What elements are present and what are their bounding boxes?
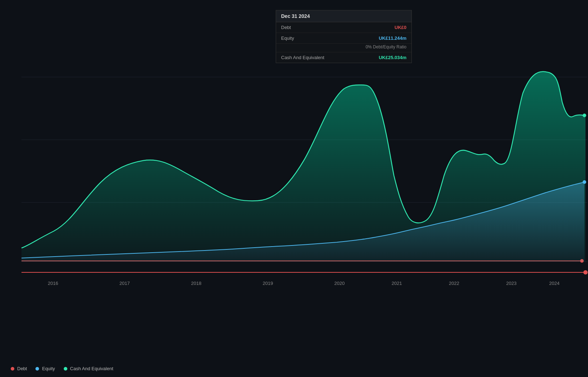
equity-dot	[35, 367, 39, 371]
svg-text:2020: 2020	[334, 281, 345, 286]
svg-point-9	[583, 270, 588, 275]
tooltip-equity-value: UK£11.244m	[379, 35, 406, 41]
tooltip-debt-value: UK£0	[395, 25, 406, 30]
tooltip-debt-label: Debt	[281, 25, 291, 30]
tooltip-cash-label: Cash And Equivalent	[281, 55, 324, 60]
svg-text:2018: 2018	[191, 281, 202, 286]
tooltip-box: Dec 31 2024 Debt UK£0 Equity UK£11.244m …	[276, 10, 412, 63]
legend-equity: Equity	[35, 366, 55, 371]
tooltip-ratio: 0% Debt/Equity Ratio	[276, 44, 411, 52]
tooltip-cash-row: Cash And Equivalent UK£25.034m	[276, 52, 411, 63]
svg-text:2022: 2022	[449, 281, 459, 286]
legend-cash: Cash And Equivalent	[64, 366, 114, 371]
debt-dot	[11, 367, 14, 371]
svg-text:2017: 2017	[120, 281, 130, 286]
svg-text:2019: 2019	[263, 281, 273, 286]
tooltip-debt-row: Debt UK£0	[276, 22, 411, 33]
legend-debt-label: Debt	[17, 366, 27, 371]
svg-text:2021: 2021	[392, 281, 402, 286]
tooltip-equity-row: Equity UK£11.244m	[276, 33, 411, 44]
tooltip-equity-label: Equity	[281, 35, 294, 41]
cash-dot	[64, 367, 67, 371]
legend-cash-label: Cash And Equivalent	[70, 366, 114, 371]
svg-point-6	[583, 114, 586, 117]
legend-equity-label: Equity	[42, 366, 55, 371]
legend-debt: Debt	[11, 366, 27, 371]
svg-text:2016: 2016	[48, 281, 58, 286]
svg-text:2023: 2023	[506, 281, 517, 286]
chart-container: Dec 31 2024 Debt UK£0 Equity UK£11.244m …	[0, 0, 588, 377]
tooltip-date: Dec 31 2024	[276, 10, 411, 22]
tooltip-cash-value: UK£25.034m	[379, 55, 406, 60]
svg-text:2024: 2024	[549, 281, 560, 286]
chart-legend: Debt Equity Cash And Equivalent	[11, 366, 113, 371]
svg-point-7	[583, 180, 586, 184]
